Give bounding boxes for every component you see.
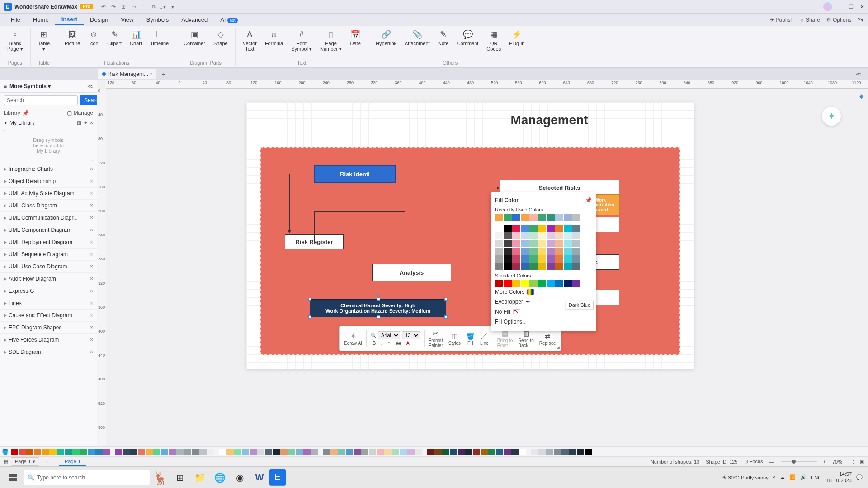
- zoom-out-icon[interactable]: —: [769, 459, 774, 465]
- picture-button[interactable]: 🖼Picture: [61, 28, 84, 47]
- close-lib-icon[interactable]: ×: [90, 120, 93, 126]
- more-symbols-header[interactable]: More Symbols ▾: [9, 83, 51, 89]
- focus-button[interactable]: ⊙ Focus: [744, 459, 763, 465]
- color-swatch[interactable]: [529, 225, 538, 232]
- clock[interactable]: 14:5718-10-2023: [826, 471, 852, 483]
- color-swatch[interactable]: [504, 263, 512, 270]
- color-swatch[interactable]: [538, 232, 546, 239]
- close-stencil-icon[interactable]: ×: [90, 276, 93, 282]
- format-painter-button[interactable]: ✂Format Painter: [426, 328, 446, 349]
- color-swatch[interactable]: [504, 248, 512, 255]
- font-color-button[interactable]: A: [405, 341, 411, 346]
- color-swatch[interactable]: [495, 248, 503, 255]
- color-swatch[interactable]: [512, 214, 520, 221]
- chevron-down-icon[interactable]: ▼: [4, 121, 8, 125]
- color-swatch[interactable]: [512, 240, 520, 247]
- color-swatch[interactable]: [547, 280, 555, 287]
- color-swatch[interactable]: [564, 225, 572, 232]
- stencil-item[interactable]: ▶Lines×: [0, 297, 97, 310]
- color-swatch[interactable]: [226, 449, 234, 455]
- volume-icon[interactable]: 🔊: [800, 474, 807, 480]
- close-stencil-icon[interactable]: ×: [90, 288, 93, 294]
- color-swatch[interactable]: [434, 449, 442, 455]
- color-swatch[interactable]: [564, 263, 572, 270]
- color-swatch[interactable]: [521, 225, 529, 232]
- color-swatch[interactable]: [531, 449, 538, 455]
- mini-toolbar-expand-icon[interactable]: ◢: [557, 345, 560, 350]
- close-stencil-icon[interactable]: ×: [90, 300, 93, 306]
- color-swatch[interactable]: [161, 449, 168, 455]
- color-swatch[interactable]: [512, 280, 520, 287]
- connector[interactable]: [314, 211, 315, 243]
- close-stencil-icon[interactable]: ×: [90, 251, 93, 258]
- color-swatch[interactable]: [11, 449, 18, 455]
- color-swatch[interactable]: [199, 449, 207, 455]
- color-swatch[interactable]: [547, 263, 555, 270]
- qat-more-icon[interactable]: ▾: [171, 4, 174, 10]
- stencil-item[interactable]: ▶UML Class Diagram×: [0, 200, 97, 212]
- right-panel-toggle-icon[interactable]: ◆: [859, 93, 863, 99]
- selection-handle[interactable]: [444, 315, 448, 319]
- color-swatch[interactable]: [495, 280, 503, 287]
- color-swatch[interactable]: [512, 248, 520, 255]
- color-swatch[interactable]: [115, 449, 122, 455]
- color-swatch[interactable]: [495, 255, 503, 263]
- color-swatch[interactable]: [257, 449, 264, 455]
- color-swatch[interactable]: [554, 449, 561, 455]
- collapse-left-icon[interactable]: ≪: [87, 83, 93, 89]
- note-button[interactable]: ✎Note: [434, 28, 453, 52]
- add-item-icon[interactable]: +: [84, 120, 87, 126]
- icon-button[interactable]: ☺Icon: [85, 28, 103, 47]
- color-swatch[interactable]: [311, 449, 318, 455]
- color-swatch[interactable]: [521, 263, 529, 270]
- color-swatch[interactable]: [555, 248, 563, 255]
- clipart-button[interactable]: ✎Clipart: [104, 28, 125, 47]
- color-swatch[interactable]: [564, 232, 572, 239]
- color-swatch[interactable]: [407, 449, 415, 455]
- close-stencil-icon[interactable]: ×: [90, 227, 93, 233]
- color-swatch[interactable]: [585, 449, 592, 455]
- color-swatch[interactable]: [250, 449, 257, 455]
- stencil-item[interactable]: ▶Infographic Charts×: [0, 163, 97, 175]
- menu-design[interactable]: Design: [84, 14, 114, 25]
- color-swatch[interactable]: [547, 232, 555, 239]
- color-swatch[interactable]: [495, 263, 503, 270]
- page-tab[interactable]: Page-1: [59, 457, 86, 466]
- print-icon[interactable]: ⎙: [152, 4, 155, 10]
- color-swatch[interactable]: [529, 232, 538, 239]
- color-swatch[interactable]: [538, 449, 546, 455]
- menu-insert[interactable]: Insert: [55, 14, 84, 25]
- color-swatch[interactable]: [564, 280, 572, 287]
- symbol-search-input[interactable]: [4, 95, 78, 105]
- qr-button[interactable]: ▦QR Codes: [483, 28, 505, 52]
- color-swatch[interactable]: [547, 225, 555, 232]
- color-swatch[interactable]: [504, 225, 512, 232]
- color-swatch[interactable]: [521, 255, 529, 263]
- color-swatch[interactable]: [555, 263, 563, 270]
- color-swatch[interactable]: [184, 449, 191, 455]
- color-swatch[interactable]: [481, 449, 488, 455]
- close-stencil-icon[interactable]: ×: [90, 215, 93, 221]
- stencil-item[interactable]: ▶Express-G×: [0, 285, 97, 297]
- stencil-item[interactable]: ▶UML Communication Diagr...×: [0, 212, 97, 224]
- wifi-icon[interactable]: 📶: [789, 474, 796, 480]
- help-icon[interactable]: ?▾: [858, 17, 863, 23]
- color-swatch[interactable]: [42, 449, 49, 455]
- color-swatch[interactable]: [19, 449, 26, 455]
- stencil-item[interactable]: ▶Five Forces Diagram×: [0, 334, 97, 346]
- zoom-value[interactable]: 70%: [832, 459, 842, 465]
- word-icon[interactable]: W: [250, 469, 269, 487]
- connector[interactable]: [314, 211, 405, 212]
- maximize-icon[interactable]: ❐: [849, 4, 854, 10]
- add-tab-button[interactable]: +: [158, 69, 169, 80]
- color-swatch[interactable]: [555, 240, 563, 247]
- color-swatch[interactable]: [546, 449, 553, 455]
- connector[interactable]: [289, 249, 289, 294]
- close-stencil-icon[interactable]: ×: [90, 349, 93, 355]
- comment-button[interactable]: 💬Comment: [453, 28, 482, 52]
- color-swatch[interactable]: [572, 255, 580, 263]
- color-swatch[interactable]: [538, 225, 546, 232]
- edge-icon[interactable]: 🌐: [210, 469, 230, 487]
- line-button[interactable]: ／Line: [477, 331, 491, 347]
- color-swatch[interactable]: [296, 449, 303, 455]
